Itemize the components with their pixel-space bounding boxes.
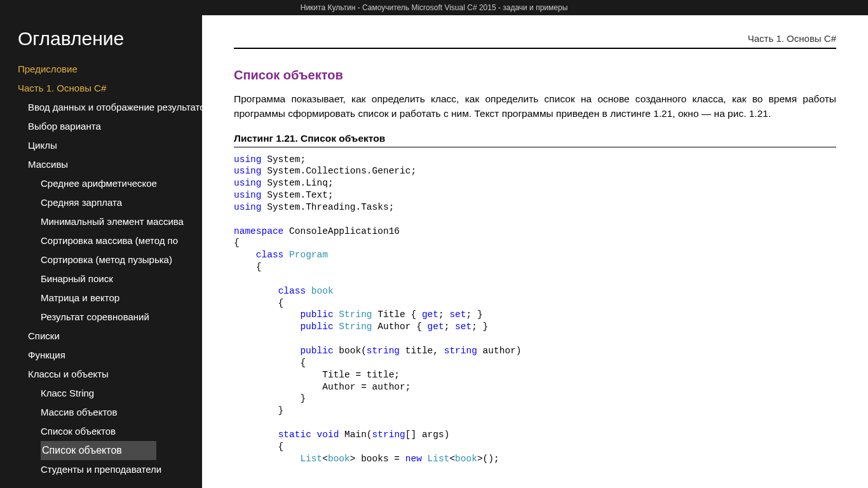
toc-item[interactable]: Классы и объекты xyxy=(18,365,202,384)
toc-item[interactable]: Средняя зарплата xyxy=(18,193,202,212)
toc-item[interactable]: Бинарный поиск xyxy=(18,269,202,288)
toc-item[interactable]: Список объектов xyxy=(18,422,202,441)
window-title: Никита Культин - Самоучитель Microsoft V… xyxy=(301,3,568,12)
toc-item[interactable]: Массив объектов xyxy=(18,403,202,422)
toc-item-selected[interactable]: Список объектов xyxy=(18,441,202,460)
toc-item[interactable]: Массивы xyxy=(18,155,202,174)
page-paragraph: Программа показывает, как определить кла… xyxy=(234,92,836,121)
toc-list: ПредисловиеЧасть 1. Основы C#Ввод данных… xyxy=(18,60,202,479)
toc-item[interactable]: Ввод данных и отображение результатов xyxy=(18,98,202,117)
window-title-bar: Никита Культин - Самоучитель Microsoft V… xyxy=(0,0,868,15)
page-heading: Список объектов xyxy=(234,68,836,83)
toc-item[interactable]: Студенты и преподаватели xyxy=(18,460,202,479)
toc-item[interactable]: Матрица и вектор xyxy=(18,288,202,308)
main-area: Оглавление ПредисловиеЧасть 1. Основы C#… xyxy=(0,15,868,488)
chapter-label: Часть 1. Основы C# xyxy=(234,15,836,49)
toc-item[interactable]: Результат соревнований xyxy=(18,308,202,327)
toc-item[interactable]: Списки xyxy=(18,327,202,346)
toc-item[interactable]: Среднее арифметическое xyxy=(18,174,202,193)
listing-title: Листинг 1.21. Список объектов xyxy=(234,133,836,147)
toc-sidebar: Оглавление ПредисловиеЧасть 1. Основы C#… xyxy=(0,15,202,488)
toc-item[interactable]: Сортировка массива (метод по xyxy=(18,231,202,250)
toc-item[interactable]: Класс String xyxy=(18,384,202,403)
toc-item[interactable]: Циклы xyxy=(18,136,202,155)
toc-item[interactable]: Выбор варианта xyxy=(18,117,202,136)
toc-item[interactable]: Предисловие xyxy=(18,60,202,79)
toc-heading: Оглавление xyxy=(18,28,202,50)
toc-item[interactable]: Функция xyxy=(18,346,202,365)
content-area: Часть 1. Основы C# Список объектов Прогр… xyxy=(202,15,868,488)
toc-item[interactable]: Сортировка (метод пузырька) xyxy=(18,250,202,269)
toc-item[interactable]: Минимальный элемент массива xyxy=(18,212,202,231)
toc-item-label: Список объектов xyxy=(41,441,156,460)
toc-item[interactable]: Часть 1. Основы C# xyxy=(18,79,202,98)
code-listing: using System; using System.Collections.G… xyxy=(234,154,836,465)
